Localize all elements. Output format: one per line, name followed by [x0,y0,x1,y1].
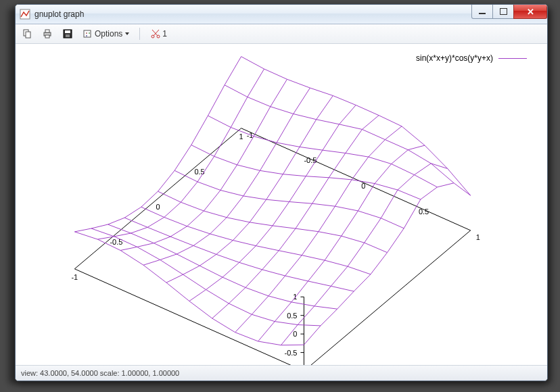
svg-marker-17 [74,128,470,365]
app-icon [20,9,30,20]
options-label: Options [95,29,122,39]
copy-button[interactable] [20,27,34,41]
options-icon [83,28,93,39]
print-button[interactable] [40,27,55,41]
svg-text:0.5: 0.5 [287,312,297,320]
toolbar: Options 1 [16,24,547,44]
replot-button[interactable]: 1 [148,27,169,41]
plot-area[interactable]: -1-0.500.51-1-0.500.51-1-0.500.51 sin(x*… [16,44,547,365]
svg-text:-0.5: -0.5 [285,349,298,357]
copy-icon [22,28,32,39]
svg-text:0: 0 [293,330,297,338]
save-button[interactable] [60,27,75,41]
print-icon [42,28,53,39]
toolbar-separator [139,28,140,40]
app-window: gnuplot graph ✕ Options [15,4,548,381]
legend: sin(x*x+y)*cos(y*y+x) [416,53,527,63]
svg-text:0: 0 [156,203,160,211]
chevron-down-icon [125,32,129,35]
svg-text:0.5: 0.5 [419,207,429,216]
options-button[interactable]: Options [80,27,131,41]
svg-rect-8 [66,34,70,37]
svg-rect-10 [86,32,87,34]
legend-swatch [498,58,527,59]
svg-text:0: 0 [361,182,365,190]
replot-label: 1 [162,29,167,39]
svg-text:-1: -1 [71,273,78,281]
save-icon [62,28,73,39]
svg-rect-2 [26,32,30,38]
statusbar: view: 43.0000, 54.0000 scale: 1.00000, 1… [16,365,547,381]
scissors-icon [150,28,161,39]
svg-text:-0.5: -0.5 [304,156,317,164]
svg-text:0.5: 0.5 [194,168,204,176]
maximize-button[interactable] [492,5,514,19]
status-text: view: 43.0000, 54.0000 scale: 1.00000, 1… [21,369,179,377]
svg-rect-7 [65,30,70,33]
svg-rect-11 [89,32,90,34]
legend-label: sin(x*x+y)*cos(y*y+x) [416,53,493,63]
close-button[interactable]: ✕ [513,5,547,19]
svg-text:1: 1 [476,233,480,241]
svg-text:1: 1 [239,132,243,141]
svg-text:-0.5: -0.5 [110,238,122,246]
svg-rect-4 [45,30,49,32]
window-title: gnuplot graph [34,9,84,19]
surface-plot: -1-0.500.51-1-0.500.51-1-0.500.51 [16,44,547,365]
svg-rect-5 [45,35,49,38]
titlebar[interactable]: gnuplot graph ✕ [16,5,547,24]
svg-rect-12 [86,35,87,36]
minimize-button[interactable] [471,5,493,19]
